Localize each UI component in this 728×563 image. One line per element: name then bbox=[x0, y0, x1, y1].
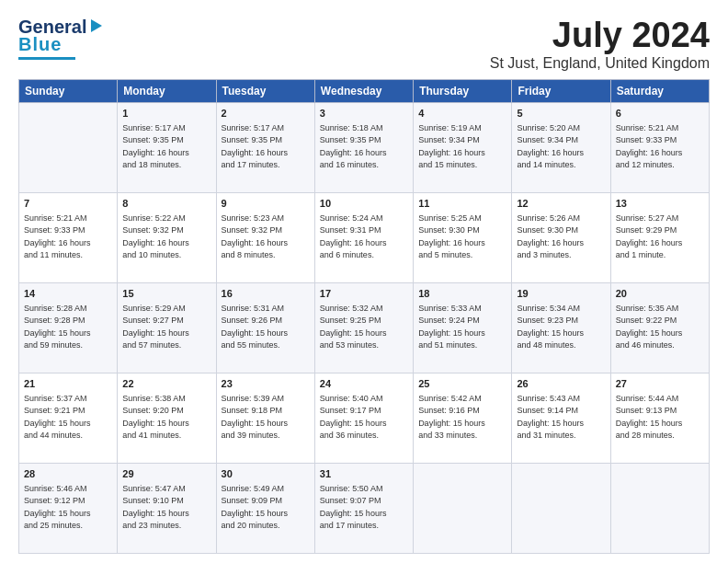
cell-info-line: and 41 minutes. bbox=[122, 430, 210, 442]
cell-info-line: Sunset: 9:35 PM bbox=[122, 134, 210, 147]
cell-info-line: Sunrise: 5:21 AM bbox=[24, 213, 112, 225]
day-number: 21 bbox=[24, 377, 112, 392]
cell-info-line: Daylight: 16 hours bbox=[222, 237, 310, 250]
cell-info-line: Daylight: 16 hours bbox=[517, 237, 605, 250]
week-row-5: 28Sunrise: 5:46 AMSunset: 9:12 PMDayligh… bbox=[19, 463, 710, 553]
calendar-cell bbox=[19, 102, 118, 192]
cell-info-line: and 17 minutes. bbox=[222, 159, 310, 172]
cell-info-line: Sunset: 9:33 PM bbox=[616, 134, 704, 147]
cell-info-line: Daylight: 15 hours bbox=[517, 418, 605, 431]
calendar-cell: 11Sunrise: 5:25 AMSunset: 9:30 PMDayligh… bbox=[414, 192, 512, 282]
cell-info-line: Daylight: 15 hours bbox=[122, 327, 210, 340]
day-number: 16 bbox=[222, 287, 310, 302]
cell-info-line: and 55 minutes. bbox=[222, 339, 310, 352]
cell-info-line: Daylight: 16 hours bbox=[122, 147, 210, 160]
cell-info-line: Sunset: 9:17 PM bbox=[320, 405, 408, 418]
calendar-cell: 19Sunrise: 5:34 AMSunset: 9:23 PMDayligh… bbox=[512, 282, 610, 373]
cell-info-line: Daylight: 15 hours bbox=[320, 327, 408, 340]
col-header-wednesday: Wednesday bbox=[314, 79, 413, 102]
day-number: 29 bbox=[122, 467, 210, 482]
cell-info-line: Daylight: 16 hours bbox=[24, 237, 112, 250]
cell-info-line: Sunset: 9:28 PM bbox=[24, 315, 112, 327]
day-number: 9 bbox=[222, 197, 310, 212]
cell-info-line: Daylight: 15 hours bbox=[418, 327, 506, 340]
cell-info-line: Daylight: 15 hours bbox=[320, 508, 408, 521]
cell-info-line: and 57 minutes. bbox=[122, 339, 210, 352]
cell-info-line: and 36 minutes. bbox=[320, 430, 408, 442]
cell-info-line: Sunrise: 5:40 AM bbox=[320, 393, 408, 406]
cell-info-line: Daylight: 15 hours bbox=[222, 418, 310, 431]
day-number: 11 bbox=[418, 197, 506, 212]
calendar-cell: 5Sunrise: 5:20 AMSunset: 9:34 PMDaylight… bbox=[512, 102, 610, 192]
cell-info-line: Sunset: 9:14 PM bbox=[517, 405, 605, 418]
day-number: 18 bbox=[418, 287, 506, 302]
main-title: July 2024 bbox=[490, 17, 710, 55]
day-number: 14 bbox=[24, 287, 112, 302]
cell-info-line: Daylight: 15 hours bbox=[616, 327, 704, 340]
cell-info-line: Daylight: 15 hours bbox=[122, 508, 210, 521]
day-number: 23 bbox=[222, 377, 310, 392]
cell-info-line: Sunrise: 5:33 AM bbox=[418, 303, 506, 316]
cell-info-line: Sunrise: 5:49 AM bbox=[222, 483, 310, 496]
cell-info-line: Daylight: 16 hours bbox=[616, 147, 704, 160]
day-number: 26 bbox=[517, 377, 605, 392]
cell-info-line: and 10 minutes. bbox=[122, 249, 210, 262]
cell-info-line: Daylight: 15 hours bbox=[222, 327, 310, 340]
cell-info-line: Sunset: 9:12 PM bbox=[24, 495, 112, 508]
cell-info-line: and 33 minutes. bbox=[418, 430, 506, 442]
col-header-monday: Monday bbox=[118, 79, 216, 102]
day-number: 2 bbox=[222, 107, 310, 121]
cell-info-line: and 31 minutes. bbox=[517, 430, 605, 442]
cell-info-line: Daylight: 16 hours bbox=[320, 147, 408, 160]
cell-info-line: and 25 minutes. bbox=[24, 520, 112, 533]
day-number: 17 bbox=[320, 287, 408, 302]
cell-info-line: Sunrise: 5:18 AM bbox=[320, 122, 408, 135]
cell-info-line: Daylight: 15 hours bbox=[616, 418, 704, 431]
page: General Blue July 2024 St Just, England,… bbox=[0, 0, 728, 563]
title-block: July 2024 St Just, England, United Kingd… bbox=[490, 17, 710, 72]
week-row-4: 21Sunrise: 5:37 AMSunset: 9:21 PMDayligh… bbox=[19, 373, 710, 463]
cell-info-line: Sunrise: 5:25 AM bbox=[418, 213, 506, 225]
cell-info-line: Daylight: 16 hours bbox=[517, 147, 605, 160]
calendar-cell bbox=[512, 463, 610, 553]
cell-info-line: and 59 minutes. bbox=[24, 339, 112, 352]
cell-info-line: Sunrise: 5:44 AM bbox=[616, 393, 704, 406]
calendar-cell: 23Sunrise: 5:39 AMSunset: 9:18 PMDayligh… bbox=[216, 373, 314, 463]
col-header-friday: Friday bbox=[512, 79, 610, 102]
cell-info-line: Sunrise: 5:26 AM bbox=[517, 213, 605, 225]
cell-info-line: and 12 minutes. bbox=[616, 159, 704, 172]
day-number: 4 bbox=[418, 107, 506, 121]
cell-info-line: Sunset: 9:10 PM bbox=[122, 495, 210, 508]
cell-info-line: and 20 minutes. bbox=[222, 520, 310, 533]
calendar-table: SundayMondayTuesdayWednesdayThursdayFrid… bbox=[18, 79, 710, 554]
cell-info-line: and 8 minutes. bbox=[222, 249, 310, 262]
cell-info-line: Daylight: 15 hours bbox=[24, 418, 112, 431]
cell-info-line: Sunset: 9:25 PM bbox=[320, 315, 408, 327]
cell-info-line: Sunset: 9:30 PM bbox=[418, 224, 506, 237]
calendar-cell bbox=[414, 463, 512, 553]
cell-info-line: Daylight: 16 hours bbox=[320, 237, 408, 250]
calendar-cell: 4Sunrise: 5:19 AMSunset: 9:34 PMDaylight… bbox=[414, 102, 512, 192]
cell-info-line: Sunset: 9:22 PM bbox=[616, 315, 704, 327]
day-number: 30 bbox=[222, 467, 310, 482]
cell-info-line: Sunrise: 5:35 AM bbox=[616, 303, 704, 316]
cell-info-line: Daylight: 15 hours bbox=[222, 508, 310, 521]
cell-info-line: Sunrise: 5:37 AM bbox=[24, 393, 112, 406]
cell-info-line: Sunrise: 5:38 AM bbox=[122, 393, 210, 406]
cell-info-line: Sunrise: 5:23 AM bbox=[222, 213, 310, 225]
day-number: 27 bbox=[616, 377, 704, 392]
cell-info-line: Sunrise: 5:46 AM bbox=[24, 483, 112, 496]
cell-info-line: Sunrise: 5:34 AM bbox=[517, 303, 605, 316]
cell-info-line: Daylight: 15 hours bbox=[24, 508, 112, 521]
day-number: 1 bbox=[122, 107, 210, 121]
calendar-cell: 18Sunrise: 5:33 AMSunset: 9:24 PMDayligh… bbox=[414, 282, 512, 373]
cell-info-line: and 1 minute. bbox=[616, 249, 704, 262]
day-number: 8 bbox=[122, 197, 210, 212]
cell-info-line: and 6 minutes. bbox=[320, 249, 408, 262]
calendar-cell: 29Sunrise: 5:47 AMSunset: 9:10 PMDayligh… bbox=[118, 463, 216, 553]
cell-info-line: Sunrise: 5:42 AM bbox=[418, 393, 506, 406]
cell-info-line: Daylight: 16 hours bbox=[418, 237, 506, 250]
cell-info-line: and 48 minutes. bbox=[517, 339, 605, 352]
calendar-cell: 13Sunrise: 5:27 AMSunset: 9:29 PMDayligh… bbox=[610, 192, 709, 282]
calendar-cell: 1Sunrise: 5:17 AMSunset: 9:35 PMDaylight… bbox=[118, 102, 216, 192]
